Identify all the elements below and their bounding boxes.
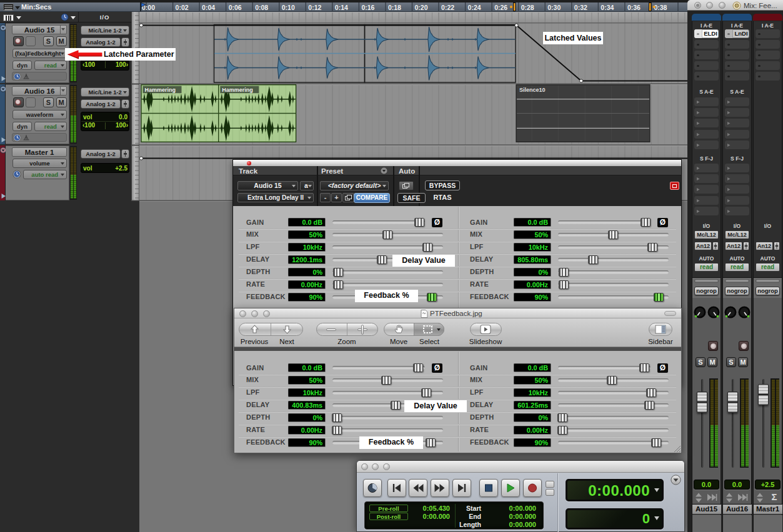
svg-text:Silence10: Silence10: [519, 87, 546, 93]
svg-text:Hammering: Hammering: [145, 87, 176, 93]
svg-text:Hammering: Hammering: [222, 87, 253, 93]
